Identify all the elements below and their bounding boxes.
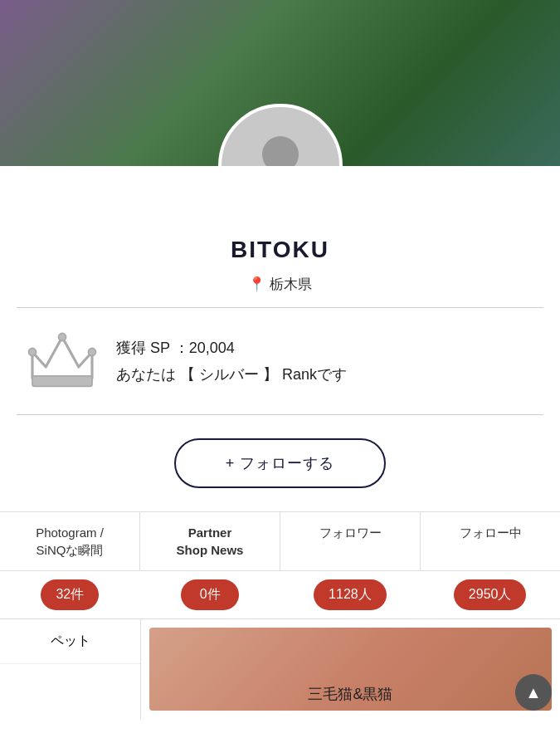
bottom-row: ペット 三毛猫&黒猫 ▲ — [0, 618, 560, 719]
preview-title: 三毛猫&黒猫 — [308, 684, 392, 704]
tab-photogram[interactable]: Photogram / SiNQな瞬間 — [0, 512, 140, 570]
follow-button-wrapper: + フォローする — [0, 422, 560, 511]
tab-follower[interactable]: フォロワー — [280, 512, 421, 570]
badge-following: 2950人 — [420, 571, 560, 618]
divider-1 — [17, 307, 543, 308]
svg-point-5 — [59, 334, 66, 341]
rank-section: 獲得 SP ：20,004 あなたは 【 シルバー 】 Rankです — [0, 315, 560, 408]
crown-icon — [25, 330, 100, 393]
content-preview: 三毛猫&黒猫 — [141, 619, 560, 719]
svg-point-0 — [262, 136, 299, 166]
divider-2 — [17, 414, 543, 415]
badge-photogram: 32件 — [0, 571, 140, 618]
tab-bar: Photogram / SiNQな瞬間 Partner Shop News フォ… — [0, 511, 560, 571]
avatar-icon — [239, 123, 322, 166]
svg-rect-3 — [32, 376, 92, 387]
category-tab-side: ペット — [0, 619, 141, 719]
location-text: 栃木県 — [270, 275, 312, 294]
follow-button[interactable]: + フォローする — [174, 438, 387, 488]
profile-section: BITOKU 📍 栃木県 — [0, 237, 560, 294]
rank-description: あなたは 【 シルバー 】 Rankです — [116, 364, 347, 384]
rank-text-block: 獲得 SP ：20,004 あなたは 【 シルバー 】 Rankです — [116, 338, 347, 384]
location-icon: 📍 — [248, 276, 265, 293]
svg-marker-2 — [32, 337, 92, 379]
badge-partner-shop: 0件 — [140, 571, 280, 618]
count-partner-shop: 0件 — [181, 579, 239, 610]
count-follower: 1128人 — [314, 579, 387, 610]
username: BITOKU — [17, 237, 543, 263]
tab-partner-shop-news[interactable]: Partner Shop News — [140, 512, 280, 570]
location-row: 📍 栃木県 — [17, 275, 543, 294]
count-following: 2950人 — [454, 579, 527, 610]
svg-point-6 — [89, 349, 96, 356]
badge-row: 32件 0件 1128人 2950人 — [0, 571, 560, 618]
scroll-top-button[interactable]: ▲ — [515, 674, 552, 711]
cover-section — [0, 0, 560, 166]
badge-follower: 1128人 — [280, 571, 421, 618]
svg-point-4 — [29, 349, 37, 356]
tab-following[interactable]: フォロー中 — [421, 512, 560, 570]
rank-sp-label: 獲得 SP ：20,004 — [116, 338, 347, 358]
pet-category-tab[interactable]: ペット — [0, 619, 140, 664]
count-photogram: 32件 — [41, 579, 99, 610]
